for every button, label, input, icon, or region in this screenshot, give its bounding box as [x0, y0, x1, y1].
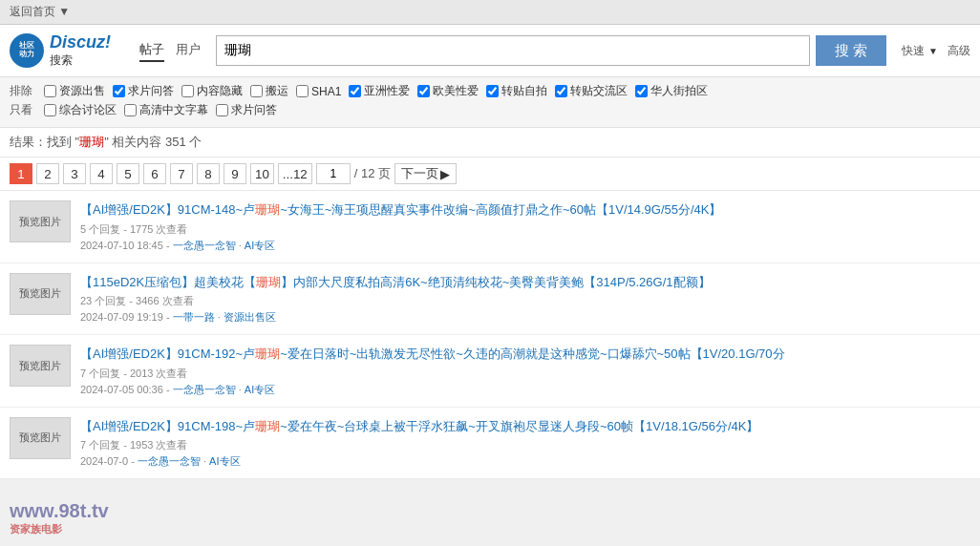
result-section-3[interactable]: AI专区 [245, 384, 275, 395]
page-btn-1[interactable]: 1 [10, 163, 32, 184]
result-author-4[interactable]: 一念愚一念智 [138, 455, 201, 467]
filter-item-qiupian: 求片问答 [113, 83, 174, 99]
result-date-4: 2024-07-0 - 一念愚一念智 · AI专区 [80, 454, 970, 469]
result-title-4[interactable]: 【AI增强/ED2K】91CM-198~卢珊瑚~爱在午夜~台球桌上被干浮水狂飙~… [80, 419, 759, 433]
filter-check-qiupian2[interactable] [216, 104, 228, 116]
filter-label-zonghe[interactable]: 综合讨论区 [59, 102, 117, 118]
logo-icon: 社区动力 [10, 33, 44, 68]
result-meta-3: 7 个回复 - 2013 次查看 [80, 367, 970, 381]
filter-check-huaren[interactable] [635, 85, 648, 97]
filter-item-gaoqing: 高清中文字幕 [124, 102, 208, 118]
results-container: 预览图片 【AI增强/ED2K】91CM-148~卢珊瑚~女海王~海王项思醒真实… [0, 191, 980, 479]
filter-item-ziyuanchushou: 资源出售 [44, 83, 105, 99]
filter-label-zhuantie[interactable]: 转贴自拍 [501, 83, 547, 99]
page-btn-6[interactable]: 6 [143, 163, 166, 184]
page-separator: / 12 页 [354, 165, 391, 182]
thumb-label-4: 预览图片 [19, 430, 61, 445]
search-quick-options: 快速 ▼ 高级 [902, 43, 970, 59]
page-btn-9[interactable]: 9 [224, 163, 246, 184]
result-title-2[interactable]: 【115eD2K压缩包】超美校花【珊瑚】内部大尺度私拍高清6K~绝顶清纯校花~美… [80, 275, 711, 289]
quick-link[interactable]: 快速 [902, 43, 925, 59]
filter-check-ziyuanchushou[interactable] [44, 85, 56, 97]
filter-label-sha1[interactable]: SHA1 [311, 85, 341, 98]
filter-label-oumei[interactable]: 欧美性爱 [433, 83, 479, 99]
page-input[interactable] [316, 163, 351, 184]
search-button[interactable]: 搜 索 [816, 35, 886, 66]
filter-item-oumei: 欧美性爱 [417, 83, 479, 99]
filter-label-jiaoliu[interactable]: 转贴交流区 [570, 83, 628, 99]
back-arrow: ▼ [58, 5, 70, 18]
highlight-2: 珊瑚 [256, 275, 281, 289]
filter-item-zhuantie: 转贴自拍 [486, 83, 547, 99]
filter-item-yaxing: 亚洲性爱 [349, 83, 410, 99]
tab-posts[interactable]: 帖子 [139, 39, 164, 62]
search-input[interactable] [216, 35, 810, 66]
result-thumb-2[interactable]: 预览图片 [10, 273, 71, 315]
filter-check-oumei[interactable] [417, 85, 430, 97]
filter-label-banyun[interactable]: 搬运 [266, 83, 288, 99]
result-thumb-4[interactable]: 预览图片 [10, 417, 71, 459]
page-btn-5[interactable]: 5 [117, 163, 139, 184]
filter-label-yaxing[interactable]: 亚洲性爱 [364, 83, 410, 99]
page-btn-10[interactable]: 10 [250, 163, 274, 184]
filter-check-zonghe[interactable] [44, 104, 56, 116]
only-row: 只看 综合讨论区 高清中文字幕 求片问答 [10, 102, 970, 118]
result-date-1: 2024-07-10 18:45 - 一念愚一念智 · AI专区 [80, 239, 970, 253]
tab-users[interactable]: 用户 [176, 39, 201, 62]
result-thumb-1[interactable]: 预览图片 [10, 200, 71, 242]
result-title-1[interactable]: 【AI增强/ED2K】91CM-148~卢珊瑚~女海王~海王项思醒真实事件改编~… [80, 202, 722, 217]
filter-check-yaxing[interactable] [349, 85, 361, 97]
result-section-1[interactable]: AI专区 [245, 240, 275, 251]
result-title-3[interactable]: 【AI增强/ED2K】91CM-192~卢珊瑚~爱在日落时~出轨激发无尽性欲~久… [80, 346, 785, 361]
filter-item-huaren: 华人街拍区 [635, 83, 708, 99]
search-bar: 搜 索 [216, 35, 886, 66]
result-author-2[interactable]: 一带一路 [173, 311, 215, 323]
thumb-label-2: 预览图片 [19, 286, 61, 301]
result-thumb-3[interactable]: 预览图片 [10, 345, 71, 387]
filter-check-gaoqing[interactable] [124, 104, 137, 116]
result-content-4: 【AI增强/ED2K】91CM-198~卢珊瑚~爱在午夜~台球桌上被干浮水狂飙~… [80, 417, 970, 470]
filter-label-gaoqing[interactable]: 高清中文字幕 [139, 102, 208, 118]
result-meta-2: 23 个回复 - 3466 次查看 [80, 294, 970, 308]
filter-check-jiaoliu[interactable] [555, 85, 567, 97]
filter-item-neirongyincang: 内容隐藏 [181, 83, 243, 99]
result-summary: 结果：找到 "珊瑚" 相关内容 351 个 [0, 128, 980, 158]
filter-label-ziyuanchushou[interactable]: 资源出售 [59, 83, 105, 99]
result-author-1[interactable]: 一念愚一念智 [173, 240, 236, 251]
thumb-label-3: 预览图片 [19, 359, 61, 373]
result-item-3: 预览图片 【AI增强/ED2K】91CM-192~卢珊瑚~爱在日落时~出轨激发无… [0, 335, 980, 408]
result-item-2: 预览图片 【115eD2K压缩包】超美校花【珊瑚】内部大尺度私拍高清6K~绝顶清… [0, 263, 980, 336]
exclude-label: 排除 [10, 83, 36, 99]
thumb-label-1: 预览图片 [19, 215, 61, 229]
filter-check-banyun[interactable] [250, 85, 263, 97]
page-btn-2[interactable]: 2 [36, 163, 59, 184]
advanced-link[interactable]: 高级 [948, 43, 970, 59]
page-btn-ellipsis[interactable]: ...12 [278, 163, 312, 184]
logo-area: 社区动力 Discuz! 搜索 [10, 32, 124, 69]
result-section-4[interactable]: AI专区 [209, 455, 240, 467]
filter-label-qiupian2[interactable]: 求片问答 [231, 102, 277, 118]
next-page-button[interactable]: 下一页 ▶ [394, 163, 457, 184]
filter-label-neirongyincang[interactable]: 内容隐藏 [197, 83, 243, 99]
next-arrow: ▶ [440, 167, 450, 181]
result-author-3[interactable]: 一念愚一念智 [173, 384, 236, 395]
page-btn-7[interactable]: 7 [170, 163, 193, 184]
page-btn-3[interactable]: 3 [63, 163, 86, 184]
filter-check-neirongyincang[interactable] [181, 85, 194, 97]
filter-label-qiupian[interactable]: 求片问答 [128, 83, 174, 99]
filter-check-sha1[interactable] [296, 85, 309, 97]
filter-label-huaren[interactable]: 华人街拍区 [650, 83, 708, 99]
page-btn-4[interactable]: 4 [90, 163, 113, 184]
filter-item-qiupian2: 求片问答 [216, 102, 277, 118]
page-btn-8[interactable]: 8 [197, 163, 220, 184]
filter-check-zhuantie[interactable] [486, 85, 499, 97]
result-meta-1: 5 个回复 - 1775 次查看 [80, 222, 970, 237]
logo-subtext: 搜索 [50, 52, 111, 69]
back-link[interactable]: 返回首页 ▼ [10, 5, 70, 18]
logo-text: Discuz! [50, 32, 111, 52]
filter-check-qiupian[interactable] [113, 85, 125, 97]
highlight-4: 珊瑚 [255, 419, 280, 433]
result-meta-4: 7 个回复 - 1953 次查看 [80, 438, 970, 452]
result-keyword: 珊瑚 [79, 135, 104, 149]
result-section-2[interactable]: 资源出售区 [224, 311, 276, 323]
